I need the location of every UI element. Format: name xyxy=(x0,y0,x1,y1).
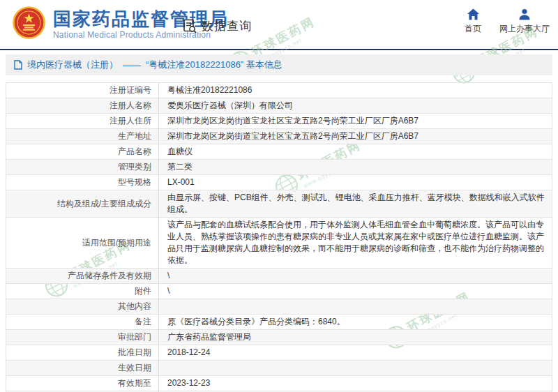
row-value: 第二类 xyxy=(159,160,552,175)
row-label: 产品储存条件及有效期 xyxy=(6,269,159,284)
row-value xyxy=(159,299,552,315)
row-label-text: 注册人住所 xyxy=(110,116,151,126)
row-label-text: 有效期至 xyxy=(118,378,151,388)
document-icon xyxy=(14,60,22,70)
document-search-icon xyxy=(183,19,197,33)
row-label-text: 审批部门 xyxy=(118,332,151,342)
row-label: 有效期至 xyxy=(6,376,159,391)
main-content: 境内医疗器械（注册） —— “粤械注准20182221086” 基本信息 注册证… xyxy=(6,54,552,392)
table-row: 附件\ xyxy=(6,284,552,299)
row-label: 结构及组成/主要组成成分 xyxy=(6,190,159,218)
home-icon xyxy=(467,8,480,20)
breadcrumb-separator: —— xyxy=(123,60,141,70)
nav-hall-label: 网上办事大厅 xyxy=(499,23,550,35)
row-value: 该产品与配套的血糖试纸条配合使用，用于体外监测人体毛细血管全血中葡萄糖浓度。该产… xyxy=(159,218,552,269)
row-value: 原《医疗器械分类目录》产品分类编码：6840。 xyxy=(159,315,552,330)
info-table-body: 注册证编号粤械注准20182221086注册人名称爱奥乐医疗器械（深圳）有限公司… xyxy=(6,83,552,392)
row-label-text: 产品储存条件及有效期 xyxy=(68,271,151,280)
nav-online-hall[interactable]: 网上办事大厅 xyxy=(499,8,550,35)
table-row: 管理类别第二类 xyxy=(6,160,552,175)
breadcrumb-detail: “粤械注准20182221086” 基本信息 xyxy=(146,59,282,71)
page-header: 国家药品监督管理局 National Medical Products Admi… xyxy=(0,0,558,49)
row-label: 附件 xyxy=(6,284,159,299)
row-label-text: 适用范围/预期用途 xyxy=(82,238,151,248)
table-row: 批准日期2018-12-24 xyxy=(6,345,552,361)
table-row: 注册证编号粤械注准20182221086 xyxy=(6,83,552,98)
row-value: 爱奥乐医疗器械（深圳）有限公司 xyxy=(159,98,552,114)
row-value xyxy=(159,361,552,376)
table-row: 备注原《医疗器械分类目录》产品分类编码：6840。 xyxy=(6,315,552,330)
row-label-text: 批准日期 xyxy=(118,347,151,357)
row-value: 深圳市龙岗区龙岗街道宝龙社区宝龙五路2号尚荣工业厂区厂房A6B7 xyxy=(159,129,552,144)
table-row: 审批部门广东省药品监督管理局 xyxy=(6,330,552,345)
row-label: 型号规格 xyxy=(6,175,159,190)
row-value: 2023-12-23 xyxy=(159,376,552,391)
data-query-label: 数据查询 xyxy=(202,18,252,34)
person-icon xyxy=(518,8,531,20)
breadcrumb-category[interactable]: 境内医疗器械（注册） xyxy=(27,59,118,71)
row-label: 生产地址 xyxy=(6,129,159,144)
row-label-text: 其他内容 xyxy=(118,301,151,311)
top-nav: 首页 网上办事大厅 xyxy=(465,8,550,35)
breadcrumb: 境内医疗器械（注册） —— “粤械注准20182221086” 基本信息 xyxy=(6,54,552,75)
row-label-text: 附件 xyxy=(135,286,151,296)
table-row: 产品储存条件及有效期\ xyxy=(6,269,552,284)
table-row: 注册人名称爱奥乐医疗器械（深圳）有限公司 xyxy=(6,98,552,114)
nav-home-label: 首页 xyxy=(465,23,481,35)
header-divider xyxy=(0,49,558,50)
row-label-text: 型号规格 xyxy=(118,177,151,187)
row-label-text: 产品名称 xyxy=(118,146,151,156)
table-row: 其他内容 xyxy=(6,299,552,315)
row-label-text: 备注 xyxy=(135,317,151,326)
data-query-section[interactable]: 数据查询 xyxy=(183,18,252,34)
row-label-text: 管理类别 xyxy=(118,162,151,172)
registration-info-table: 注册证编号粤械注准20182221086注册人名称爱奥乐医疗器械（深圳）有限公司… xyxy=(6,82,552,392)
row-label: 管理类别 xyxy=(6,160,159,175)
row-label-text: 生效日期 xyxy=(118,363,151,372)
row-label: 注册证编号 xyxy=(6,83,159,98)
row-value: 2018-12-24 xyxy=(159,345,552,361)
row-label: 批准日期 xyxy=(6,345,159,361)
table-row: 产品名称血糖仪 xyxy=(6,144,552,160)
row-label: 注册人名称 xyxy=(6,98,159,114)
table-row: 结构及组成/主要组成成分由显示屏、按键、PCB组件、外壳、测试孔、锂电池、采血压… xyxy=(6,190,552,218)
national-emblem-logo xyxy=(13,6,45,39)
nav-home[interactable]: 首页 xyxy=(465,8,481,35)
table-row: 型号规格LX-001 xyxy=(6,175,552,190)
table-row: 注册人住所深圳市龙岗区龙岗街道宝龙社区宝龙五路2号尚荣工业厂区厂房A6B7 xyxy=(6,114,552,129)
row-label: 产品名称 xyxy=(6,144,159,160)
row-value: LX-001 xyxy=(159,175,552,190)
row-label-text: 生产地址 xyxy=(118,131,151,141)
row-value: \ xyxy=(159,269,552,284)
row-value: 深圳市龙岗区龙岗街道宝龙社区宝龙五路2号尚荣工业厂区厂房A6B7 xyxy=(159,114,552,129)
row-value: 广东省药品监督管理局 xyxy=(159,330,552,345)
row-label: 审批部门 xyxy=(6,330,159,345)
row-label: 注册人住所 xyxy=(6,114,159,129)
table-row: 生效日期 xyxy=(6,361,552,376)
row-value: 由显示屏、按键、PCB组件、外壳、测试孔、锂电池、采血压力推杆、蓝牙模块、数据线… xyxy=(159,190,552,218)
row-label-text: 结构及组成/主要组成成分 xyxy=(57,199,151,209)
row-label: 备注 xyxy=(6,315,159,330)
row-value: 粤械注准20182221086 xyxy=(159,83,552,98)
row-value: \ xyxy=(159,284,552,299)
row-label: 适用范围/预期用途 xyxy=(6,218,159,269)
row-value: 血糖仪 xyxy=(159,144,552,160)
row-label-text: 注册人名称 xyxy=(110,100,151,110)
row-label: 其他内容 xyxy=(6,299,159,315)
table-row: 适用范围/预期用途该产品与配套的血糖试纸条配合使用，用于体外监测人体毛细血管全血… xyxy=(6,218,552,269)
row-label-text: 注册证编号 xyxy=(110,85,151,95)
table-row: 有效期至2023-12-23 xyxy=(6,376,552,391)
table-row: 生产地址深圳市龙岗区龙岗街道宝龙社区宝龙五路2号尚荣工业厂区厂房A6B7 xyxy=(6,129,552,144)
row-label: 生效日期 xyxy=(6,361,159,376)
